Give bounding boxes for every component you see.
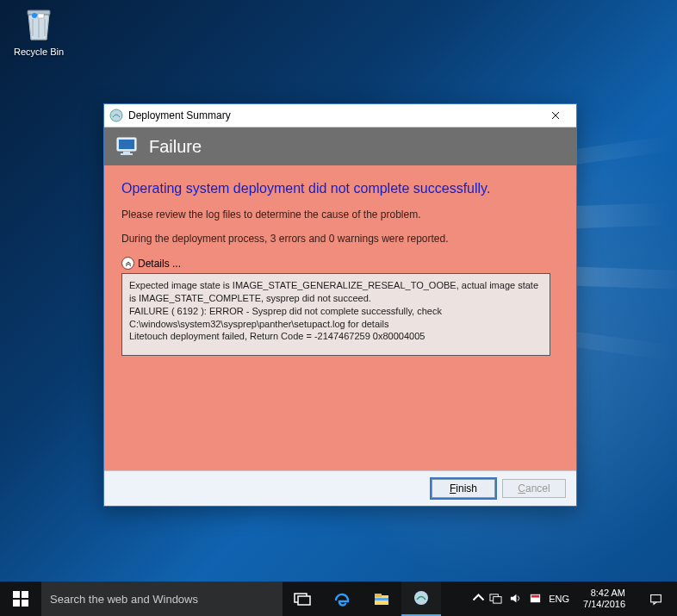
taskbar-app-mdt[interactable] [401,582,441,616]
details-label: Details ... [138,258,181,270]
dialog-body: Operating system deployment did not comp… [104,165,576,470]
svg-rect-6 [123,152,130,153]
svg-point-1 [32,13,37,18]
monitor-icon [116,136,140,157]
finish-button[interactable]: Finish [432,479,495,498]
svg-rect-13 [298,596,310,605]
dialog-footer: Finish Cancel [104,470,576,506]
recycle-bin-icon [22,5,56,43]
svg-rect-7 [121,153,133,155]
volume-icon[interactable] [509,592,522,607]
svg-rect-11 [22,600,28,607]
details-box: Expected image state is IMAGE_STATE_GENE… [121,273,550,356]
taskbar-search[interactable]: Search the web and Windows [41,582,283,616]
file-explorer-button[interactable] [362,582,401,616]
details-toggle[interactable]: Details ... [121,257,559,270]
desktop-icon-label: Recycle Bin [7,47,71,57]
window-titlebar[interactable]: Deployment Summary [104,104,576,128]
details-line: Litetouch deployment failed, Return Code… [129,330,543,343]
clock-time: 8:42 AM [583,588,625,599]
deployment-summary-window: Deployment Summary Failure Operating sys… [103,103,577,507]
edge-button[interactable] [322,582,362,616]
svg-rect-15 [375,594,382,597]
taskbar-spacer [441,582,467,616]
start-button[interactable] [0,582,41,616]
svg-rect-8 [13,591,20,598]
cancel-button: Cancel [502,479,566,498]
svg-rect-10 [13,600,20,607]
details-line: Expected image state is IMAGE_STATE_GENE… [129,279,543,305]
taskbar-clock[interactable]: 8:42 AM 7/14/2016 [576,588,632,610]
details-line: FAILURE ( 6192 ): ERROR - Sysprep did no… [129,305,543,331]
svg-rect-21 [650,594,661,601]
system-tray: ENG 8:42 AM 7/14/2016 [467,582,677,616]
svg-point-17 [414,591,428,605]
banner-heading: Failure [149,137,202,157]
chevron-up-icon [121,257,134,270]
window-close-button[interactable] [538,105,573,126]
dialog-banner: Failure [104,128,576,165]
action-center-button[interactable] [639,593,672,606]
svg-point-3 [110,109,122,121]
taskbar: Search the web and Windows ENG 8:42 AM 7… [0,582,677,616]
svg-rect-16 [375,598,388,600]
svg-rect-5 [119,140,134,149]
search-placeholder: Search the web and Windows [50,593,198,606]
clock-date: 7/14/2016 [583,599,625,610]
failure-headline: Operating system deployment did not comp… [121,181,559,196]
language-indicator[interactable]: ENG [549,594,569,604]
svg-rect-9 [22,591,28,598]
svg-rect-19 [494,596,501,603]
svg-rect-2 [38,14,44,18]
summary-line: During the deployment process, 3 errors … [121,233,559,245]
desktop-icon-recycle-bin[interactable]: Recycle Bin [7,5,71,57]
network-icon[interactable] [489,592,502,607]
instruction-text: Please review the log files to determine… [121,208,559,221]
tray-overflow-button[interactable] [472,591,482,607]
task-view-button[interactable] [283,582,322,616]
window-title: Deployment Summary [128,109,538,121]
security-tray-icon[interactable] [529,592,542,607]
app-icon [109,109,123,122]
